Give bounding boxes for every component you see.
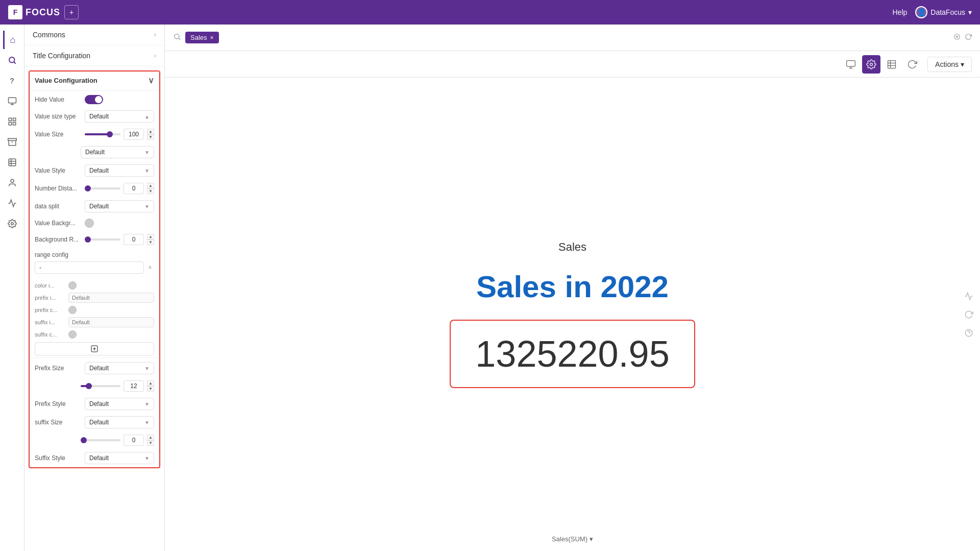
sidebar-item-settings[interactable]: [3, 214, 21, 233]
add-tab-button[interactable]: +: [64, 5, 79, 19]
card-view-button[interactable]: [842, 55, 860, 74]
value-style-row: Value Style Default ▼: [30, 161, 159, 180]
suffix-size-dropdown[interactable]: Default ▼: [85, 416, 154, 428]
value-size-label: Value Size: [35, 131, 81, 138]
search-tag-sales[interactable]: Sales ×: [185, 32, 219, 43]
actions-button[interactable]: Actions ▾: [927, 57, 972, 72]
color-i-label: color i...: [35, 282, 65, 289]
suffix-size-value: Default: [89, 419, 109, 426]
background-r-increment[interactable]: ▲: [147, 234, 154, 239]
refresh-mini-button[interactable]: [961, 306, 977, 323]
hide-value-label: Hide Value: [35, 96, 81, 103]
background-r-track[interactable]: [85, 238, 120, 241]
chart-bottom-label[interactable]: Sales(SUM) ▾: [552, 535, 593, 543]
chart-bottom-text: Sales(SUM): [552, 535, 587, 543]
sidebar-item-user[interactable]: [3, 174, 21, 192]
svg-point-15: [11, 179, 14, 182]
value-backgr-row: Value Backgr...: [30, 215, 159, 231]
sidebar-item-search[interactable]: [3, 51, 21, 69]
commons-label: Commons: [33, 31, 65, 39]
value-config-close[interactable]: ∨: [148, 76, 154, 85]
settings-button[interactable]: [862, 55, 880, 74]
commons-header[interactable]: Commons ›: [24, 25, 164, 45]
prefix-style-dropdown[interactable]: Default ▼: [85, 398, 154, 410]
number-dist-decrement[interactable]: ▼: [147, 188, 154, 194]
suffix-c-circle[interactable]: [68, 330, 77, 339]
color-indicator-row: color i...: [30, 280, 159, 291]
user-menu-chevron: ▾: [968, 8, 972, 16]
table-view-button[interactable]: [883, 55, 901, 74]
prefix-style-row: Prefix Style Default ▼: [30, 395, 159, 413]
prefix-size-increment[interactable]: ▲: [147, 380, 154, 386]
prefix-size-decrement[interactable]: ▼: [147, 386, 154, 392]
suffix-i-input[interactable]: [68, 317, 154, 327]
suffix-style-dropdown[interactable]: Default ▼: [85, 452, 154, 464]
hide-value-row: Hide Value: [30, 92, 159, 107]
value-config-header: Value Configuration ∨: [30, 71, 159, 89]
sidebar-item-monitor[interactable]: [3, 92, 21, 110]
prefix-size-chevron: ▼: [144, 366, 150, 371]
suffix-style-row: Suffix Style Default ▼: [30, 449, 159, 467]
color-i-circle[interactable]: [68, 281, 77, 290]
value-size-type-dropdown[interactable]: Default ▲: [85, 110, 154, 123]
prefix-i-input[interactable]: [68, 293, 154, 303]
background-r-decrement[interactable]: ▼: [147, 239, 154, 245]
range-input[interactable]: [35, 261, 144, 274]
actions-label: Actions: [935, 60, 959, 68]
suffix-size-chevron: ▼: [144, 420, 150, 425]
suffix-size-slider-value[interactable]: 0: [124, 435, 144, 446]
suffix-style-label: Suffix Style: [35, 454, 81, 462]
chart-value-box: 1325220.95: [450, 320, 695, 388]
number-dist-increment[interactable]: ▲: [147, 183, 154, 188]
title-config-chevron: ›: [154, 52, 156, 59]
app-title: FOCUS: [26, 7, 60, 18]
data-split-dropdown[interactable]: Default ▼: [85, 200, 154, 212]
search-clear-button[interactable]: [953, 33, 961, 42]
chart-headline: Sales in 2022: [476, 269, 669, 304]
background-r-value[interactable]: 0: [124, 234, 144, 245]
title-config-header[interactable]: Title Configuration ›: [24, 45, 164, 66]
prefix-c-circle[interactable]: [68, 306, 77, 314]
prefix-size-dropdown[interactable]: Default ▼: [85, 362, 154, 374]
value-size-sub-dropdown[interactable]: Default ▼: [81, 146, 154, 158]
suffix-size-decrement[interactable]: ▼: [147, 440, 154, 446]
prefix-size-slider-value[interactable]: 12: [124, 380, 144, 392]
search-button[interactable]: [173, 33, 181, 43]
topbar: F FOCUS + Help 👤 DataFocus ▾: [0, 0, 980, 25]
number-dist-value[interactable]: 0: [124, 183, 144, 194]
user-menu[interactable]: 👤 DataFocus ▾: [915, 6, 972, 18]
search-tag-close[interactable]: ×: [210, 34, 214, 41]
hide-value-toggle[interactable]: [85, 95, 103, 104]
range-close-button[interactable]: ×: [146, 263, 154, 272]
value-size-decrement[interactable]: ▼: [147, 134, 154, 140]
refresh-chart-button[interactable]: [903, 55, 921, 74]
search-refresh-button[interactable]: [965, 33, 972, 42]
suffix-size-increment[interactable]: ▲: [147, 435, 154, 440]
data-split-row: data split Default ▼: [30, 197, 159, 215]
svg-rect-9: [8, 138, 16, 140]
value-size-value[interactable]: 100: [124, 129, 144, 140]
value-backgr-color[interactable]: [85, 219, 94, 228]
sidebar-item-help[interactable]: ?: [3, 71, 21, 90]
svg-rect-8: [13, 123, 15, 125]
sidebar-item-grid[interactable]: [3, 112, 21, 131]
prefix-size-track[interactable]: [81, 385, 120, 387]
value-size-row: Value Size 100 ▲ ▼: [30, 126, 159, 143]
value-size-track[interactable]: [85, 133, 120, 135]
help-mini-button[interactable]: [961, 325, 977, 341]
prefix-size-slider-container: 12 ▲ ▼: [81, 380, 154, 392]
number-dist-track[interactable]: [85, 187, 120, 189]
sidebar-item-table[interactable]: [3, 153, 21, 172]
prefix-style-chevron: ▼: [144, 401, 150, 407]
sidebar-item-inbox[interactable]: [3, 133, 21, 151]
sidebar-item-home[interactable]: ⌂: [3, 31, 21, 49]
suffix-size-track[interactable]: [81, 439, 120, 441]
main-layout: ⌂ ?: [0, 25, 980, 551]
add-range-button[interactable]: [35, 342, 154, 355]
help-link[interactable]: Help: [893, 8, 908, 16]
value-style-dropdown[interactable]: Default ▼: [85, 164, 154, 177]
prefix-size-row: Prefix Size Default ▼: [30, 359, 159, 377]
sidebar-item-analytics[interactable]: [3, 194, 21, 212]
line-chart-icon-button[interactable]: [961, 288, 977, 304]
value-size-increment[interactable]: ▲: [147, 129, 154, 134]
